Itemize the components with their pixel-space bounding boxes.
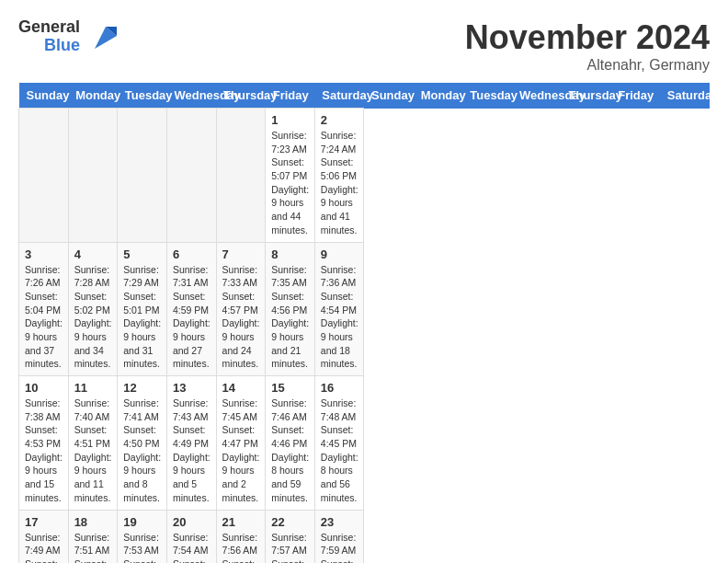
calendar-cell: 5Sunrise: 7:29 AM Sunset: 5:01 PM Daylig… xyxy=(118,242,167,376)
logo-general: General xyxy=(18,18,80,37)
title-section: November 2024 Altenahr, Germany xyxy=(465,18,710,74)
calendar-week-row: 17Sunrise: 7:49 AM Sunset: 4:43 PM Dayli… xyxy=(19,510,710,563)
page-header: General Blue November 2024 Altenahr, Ger… xyxy=(18,18,710,74)
day-info: Sunrise: 7:54 AM Sunset: 4:40 PM Dayligh… xyxy=(173,531,210,564)
day-info: Sunrise: 7:45 AM Sunset: 4:47 PM Dayligh… xyxy=(222,396,260,505)
day-number: 11 xyxy=(74,381,112,395)
day-info: Sunrise: 7:24 AM Sunset: 5:06 PM Dayligh… xyxy=(321,129,358,237)
day-number: 22 xyxy=(271,515,309,529)
calendar-week-row: 1Sunrise: 7:23 AM Sunset: 5:07 PM Daylig… xyxy=(19,109,710,243)
calendar-cell: 6Sunrise: 7:31 AM Sunset: 4:59 PM Daylig… xyxy=(166,242,216,376)
day-number: 3 xyxy=(25,247,63,261)
day-number: 5 xyxy=(123,247,161,261)
calendar-cell: 12Sunrise: 7:41 AM Sunset: 4:50 PM Dayli… xyxy=(118,376,167,511)
day-info: Sunrise: 7:31 AM Sunset: 4:59 PM Dayligh… xyxy=(173,263,210,372)
day-info: Sunrise: 7:26 AM Sunset: 5:04 PM Dayligh… xyxy=(25,263,63,372)
calendar-cell: 8Sunrise: 7:35 AM Sunset: 4:56 PM Daylig… xyxy=(266,242,315,376)
day-of-week-header: Saturday xyxy=(660,83,710,109)
day-info: Sunrise: 7:43 AM Sunset: 4:49 PM Dayligh… xyxy=(173,396,210,505)
day-info: Sunrise: 7:49 AM Sunset: 4:43 PM Dayligh… xyxy=(25,531,63,564)
day-number: 20 xyxy=(173,515,210,529)
calendar-cell xyxy=(19,109,69,243)
month-title: November 2024 xyxy=(465,18,710,57)
day-number: 2 xyxy=(321,113,358,127)
day-info: Sunrise: 7:35 AM Sunset: 4:56 PM Dayligh… xyxy=(271,263,309,372)
day-info: Sunrise: 7:29 AM Sunset: 5:01 PM Dayligh… xyxy=(123,263,161,372)
day-of-week-header: Tuesday xyxy=(118,83,167,109)
day-number: 18 xyxy=(74,515,112,529)
day-number: 8 xyxy=(271,247,309,261)
day-info: Sunrise: 7:36 AM Sunset: 4:54 PM Dayligh… xyxy=(321,263,358,372)
calendar-cell: 15Sunrise: 7:46 AM Sunset: 4:46 PM Dayli… xyxy=(266,376,315,511)
day-of-week-header: Friday xyxy=(610,83,660,109)
day-info: Sunrise: 7:48 AM Sunset: 4:45 PM Dayligh… xyxy=(321,396,358,505)
day-of-week-header: Wednesday xyxy=(512,83,562,109)
day-of-week-header: Friday xyxy=(266,83,315,109)
day-number: 14 xyxy=(222,381,260,395)
calendar-cell xyxy=(68,109,118,243)
calendar-week-row: 3Sunrise: 7:26 AM Sunset: 5:04 PM Daylig… xyxy=(19,242,710,376)
day-number: 21 xyxy=(222,515,260,529)
day-number: 1 xyxy=(271,113,309,127)
day-info: Sunrise: 7:59 AM Sunset: 4:37 PM Dayligh… xyxy=(321,531,358,564)
calendar-cell: 17Sunrise: 7:49 AM Sunset: 4:43 PM Dayli… xyxy=(19,510,69,563)
calendar-cell: 9Sunrise: 7:36 AM Sunset: 4:54 PM Daylig… xyxy=(314,242,364,376)
day-info: Sunrise: 7:57 AM Sunset: 4:38 PM Dayligh… xyxy=(271,531,309,564)
day-of-week-header: Saturday xyxy=(314,83,364,109)
calendar-cell xyxy=(166,109,216,243)
day-info: Sunrise: 7:41 AM Sunset: 4:50 PM Dayligh… xyxy=(123,396,161,505)
day-of-week-header: Monday xyxy=(414,83,463,109)
calendar-cell: 18Sunrise: 7:51 AM Sunset: 4:42 PM Dayli… xyxy=(68,510,118,563)
calendar-cell: 7Sunrise: 7:33 AM Sunset: 4:57 PM Daylig… xyxy=(216,242,266,376)
day-info: Sunrise: 7:28 AM Sunset: 5:02 PM Dayligh… xyxy=(74,263,112,372)
day-number: 16 xyxy=(321,381,358,395)
logo: General Blue xyxy=(18,18,117,55)
day-number: 4 xyxy=(74,247,112,261)
calendar-header-row: SundayMondayTuesdayWednesdayThursdayFrid… xyxy=(19,83,710,109)
day-of-week-header: Thursday xyxy=(216,83,266,109)
day-info: Sunrise: 7:56 AM Sunset: 4:39 PM Dayligh… xyxy=(222,531,260,564)
calendar-cell: 20Sunrise: 7:54 AM Sunset: 4:40 PM Dayli… xyxy=(166,510,216,563)
day-number: 17 xyxy=(25,515,63,529)
day-of-week-header: Monday xyxy=(68,83,118,109)
day-of-week-header: Sunday xyxy=(364,83,414,109)
day-number: 7 xyxy=(222,247,260,261)
calendar-cell: 14Sunrise: 7:45 AM Sunset: 4:47 PM Dayli… xyxy=(216,376,266,511)
day-number: 12 xyxy=(123,381,161,395)
logo-icon xyxy=(87,23,117,49)
calendar-cell: 21Sunrise: 7:56 AM Sunset: 4:39 PM Dayli… xyxy=(216,510,266,563)
calendar-cell xyxy=(216,109,266,243)
calendar-table: SundayMondayTuesdayWednesdayThursdayFrid… xyxy=(18,83,710,563)
day-info: Sunrise: 7:23 AM Sunset: 5:07 PM Dayligh… xyxy=(271,129,309,237)
calendar-cell: 13Sunrise: 7:43 AM Sunset: 4:49 PM Dayli… xyxy=(166,376,216,511)
day-number: 23 xyxy=(321,515,358,529)
calendar-cell: 4Sunrise: 7:28 AM Sunset: 5:02 PM Daylig… xyxy=(68,242,118,376)
calendar-cell: 11Sunrise: 7:40 AM Sunset: 4:51 PM Dayli… xyxy=(68,376,118,511)
calendar-cell: 22Sunrise: 7:57 AM Sunset: 4:38 PM Dayli… xyxy=(266,510,315,563)
day-of-week-header: Wednesday xyxy=(166,83,216,109)
logo-blue: Blue xyxy=(44,37,80,55)
day-of-week-header: Tuesday xyxy=(462,83,512,109)
day-of-week-header: Thursday xyxy=(562,83,611,109)
day-info: Sunrise: 7:38 AM Sunset: 4:53 PM Dayligh… xyxy=(25,396,63,505)
calendar-cell: 19Sunrise: 7:53 AM Sunset: 4:41 PM Dayli… xyxy=(118,510,167,563)
calendar-week-row: 10Sunrise: 7:38 AM Sunset: 4:53 PM Dayli… xyxy=(19,376,710,511)
day-info: Sunrise: 7:33 AM Sunset: 4:57 PM Dayligh… xyxy=(222,263,260,372)
day-number: 10 xyxy=(25,381,63,395)
calendar-cell: 3Sunrise: 7:26 AM Sunset: 5:04 PM Daylig… xyxy=(19,242,69,376)
calendar-cell xyxy=(118,109,167,243)
day-number: 15 xyxy=(271,381,309,395)
calendar-cell: 23Sunrise: 7:59 AM Sunset: 4:37 PM Dayli… xyxy=(314,510,364,563)
day-number: 9 xyxy=(321,247,358,261)
day-number: 6 xyxy=(173,247,210,261)
calendar-cell: 16Sunrise: 7:48 AM Sunset: 4:45 PM Dayli… xyxy=(314,376,364,511)
day-info: Sunrise: 7:53 AM Sunset: 4:41 PM Dayligh… xyxy=(123,531,161,564)
calendar-cell: 10Sunrise: 7:38 AM Sunset: 4:53 PM Dayli… xyxy=(19,376,69,511)
calendar-cell: 1Sunrise: 7:23 AM Sunset: 5:07 PM Daylig… xyxy=(266,109,315,243)
day-number: 13 xyxy=(173,381,210,395)
day-info: Sunrise: 7:51 AM Sunset: 4:42 PM Dayligh… xyxy=(74,531,112,564)
day-number: 19 xyxy=(123,515,161,529)
calendar-cell: 2Sunrise: 7:24 AM Sunset: 5:06 PM Daylig… xyxy=(314,109,364,243)
day-of-week-header: Sunday xyxy=(19,83,69,109)
day-info: Sunrise: 7:40 AM Sunset: 4:51 PM Dayligh… xyxy=(74,396,112,505)
